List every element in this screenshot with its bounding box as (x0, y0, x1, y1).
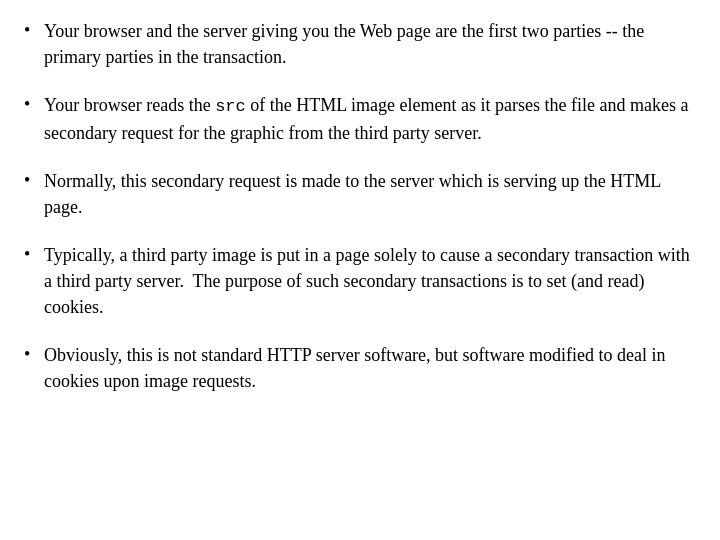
bullet-dot-3: • (24, 168, 44, 193)
bullet-item-4: • Typically, a third party image is put … (24, 242, 696, 320)
bullet-text-4: Typically, a third party image is put in… (44, 242, 696, 320)
bullet-dot-4: • (24, 242, 44, 267)
bullet-dot-2: • (24, 92, 44, 117)
bullet-text-1: Your browser and the server giving you t… (44, 18, 696, 70)
src-code: src (215, 97, 246, 116)
bullet-text-3: Normally, this secondary request is made… (44, 168, 696, 220)
bullet-dot-5: • (24, 342, 44, 367)
bullet-text-5: Obviously, this is not standard HTTP ser… (44, 342, 696, 394)
bullet-item-3: • Normally, this secondary request is ma… (24, 168, 696, 220)
bullet-item-5: • Obviously, this is not standard HTTP s… (24, 342, 696, 394)
bullet-dot-1: • (24, 18, 44, 43)
bullet-item-2: • Your browser reads the src of the HTML… (24, 92, 696, 146)
bullet-item-1: • Your browser and the server giving you… (24, 18, 696, 70)
main-content: • Your browser and the server giving you… (0, 0, 720, 413)
bullet-text-2: Your browser reads the src of the HTML i… (44, 92, 696, 146)
